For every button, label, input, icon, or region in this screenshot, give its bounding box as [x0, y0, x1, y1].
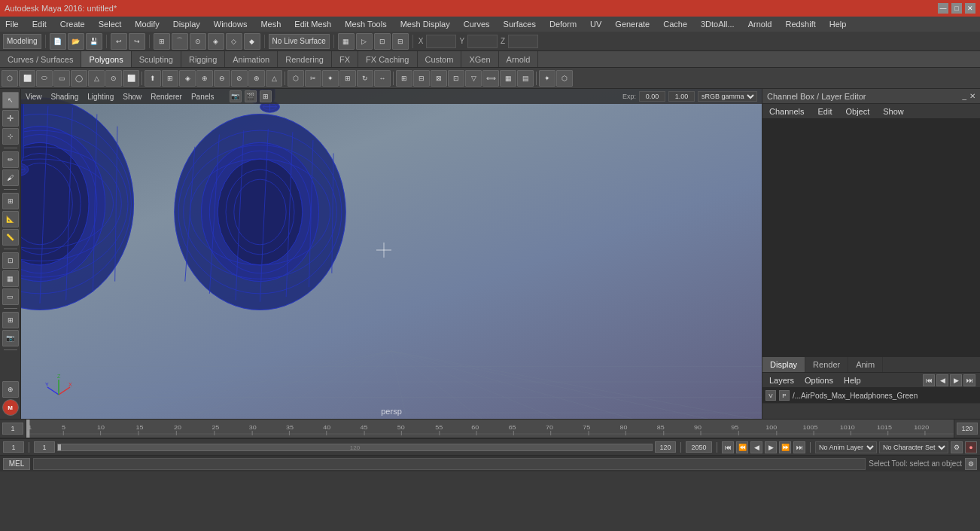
maximize-button[interactable]: □ — [951, 3, 962, 14]
menu-mesh-tools[interactable]: Mesh Tools — [342, 19, 388, 29]
snap-tool[interactable]: ⊞ — [2, 193, 19, 209]
flip-icon[interactable]: ↔ — [374, 70, 391, 87]
x-input[interactable] — [426, 35, 456, 48]
bridge-icon[interactable]: ⊞ — [162, 70, 178, 87]
range-end-input[interactable] — [686, 441, 712, 453]
extract-icon[interactable]: ⊠ — [431, 70, 447, 87]
menu-cache[interactable]: Cache — [661, 19, 689, 29]
new-file-icon[interactable]: 📄 — [50, 33, 66, 50]
timeline-start-input[interactable] — [2, 423, 23, 435]
vp-grid-icon[interactable]: ⊞ — [260, 90, 272, 102]
viewport-menu-view[interactable]: View — [26, 93, 42, 101]
rp-layers-menu[interactable]: Layers — [767, 375, 796, 386]
extrude-icon[interactable]: ⬆ — [145, 70, 161, 87]
show-hide-tool[interactable]: ⊡ — [2, 252, 19, 269]
measure-tool[interactable]: 📐 — [2, 211, 19, 227]
vp-gain-input[interactable] — [668, 91, 695, 102]
auto-key-btn[interactable]: ● — [965, 441, 977, 453]
open-file-icon[interactable]: 📂 — [68, 33, 84, 50]
subdivide-icon[interactable]: ⊘ — [231, 70, 248, 87]
spin-edge-icon[interactable]: ↻ — [357, 70, 373, 87]
current-frame-input[interactable] — [3, 441, 24, 453]
menu-display[interactable]: Display — [171, 19, 202, 29]
ruler-tool[interactable]: 📏 — [2, 229, 19, 246]
poly-plane-icon[interactable]: ▭ — [53, 70, 70, 87]
menu-help[interactable]: Help — [827, 19, 849, 29]
rp-menu-show[interactable]: Show — [881, 106, 906, 117]
rp-minimize-icon[interactable]: _ — [962, 92, 966, 100]
poly-disk-icon[interactable]: ⊙ — [105, 70, 122, 87]
tab-custom[interactable]: Custom — [418, 51, 462, 67]
poly-cube-icon[interactable]: ⬜ — [19, 70, 35, 87]
vp-exposure-input[interactable] — [639, 91, 665, 102]
vp-gamma-select[interactable]: sRGB gamma — [698, 91, 757, 102]
ipr-icon[interactable]: ⊡ — [374, 33, 391, 50]
viewport-menu-show[interactable]: Show — [123, 93, 142, 101]
step-forward-btn[interactable]: ⏩ — [779, 441, 791, 453]
snap-curve-icon[interactable]: ⌒ — [172, 33, 188, 50]
rp-menu-object[interactable]: Object — [843, 106, 872, 117]
playhead-track[interactable]: 120 — [57, 444, 653, 451]
viewport-menu-lighting[interactable]: Lighting — [87, 93, 114, 101]
snap-view-icon[interactable]: ◈ — [208, 33, 224, 50]
artisan-tool[interactable]: 🖌 — [2, 169, 19, 186]
triangulate-icon[interactable]: △ — [266, 70, 282, 87]
vp-film-icon[interactable]: 🎬 — [245, 90, 257, 102]
snap-live-icon[interactable]: ◆ — [244, 33, 260, 50]
offset-edge-icon[interactable]: ⊞ — [339, 70, 356, 87]
separate-icon[interactable]: ⊟ — [413, 70, 430, 87]
combine-icon[interactable]: ⊞ — [396, 70, 412, 87]
boolean-icon[interactable]: ⊖ — [214, 70, 230, 87]
move-tool[interactable]: ✛ — [2, 110, 19, 127]
smooth-icon[interactable]: ⊛ — [248, 70, 265, 87]
merge-icon[interactable]: ⊕ — [196, 70, 213, 87]
lasso-tool[interactable]: ⊹ — [2, 128, 19, 145]
workspace-selector[interactable]: Modeling — [3, 34, 41, 49]
3d-viewport[interactable]: View Shading Lighting Show Renderer Pane… — [21, 89, 762, 419]
menu-redshift[interactable]: Redshift — [783, 19, 817, 29]
layer-item[interactable]: V P /...AirPods_Max_Headphones_Green — [762, 388, 980, 404]
start-frame-input[interactable] — [34, 441, 55, 453]
poly-cylinder-icon[interactable]: ⬭ — [36, 70, 53, 87]
poly-pipe-icon[interactable]: ⬜ — [123, 70, 139, 87]
menu-modify[interactable]: Modify — [132, 19, 161, 29]
tab-fx[interactable]: FX — [332, 51, 358, 67]
tab-animation[interactable]: Animation — [225, 51, 278, 67]
camera-tool[interactable]: 📷 — [2, 330, 19, 346]
tab-fx-caching[interactable]: FX Caching — [358, 51, 417, 67]
play-forward-btn[interactable]: ▶ — [765, 441, 777, 453]
tab-rigging[interactable]: Rigging — [181, 51, 225, 67]
paint-tool[interactable]: ✏ — [2, 151, 19, 168]
menu-mesh[interactable]: Mesh — [258, 19, 283, 29]
script-editor-btn[interactable]: ⚙ — [965, 458, 977, 470]
mel-tab[interactable]: MEL — [3, 458, 30, 470]
viewport-menu-panels[interactable]: Panels — [191, 93, 215, 101]
poly-sphere-icon[interactable]: ⬡ — [2, 70, 18, 87]
menu-edit-mesh[interactable]: Edit Mesh — [292, 19, 333, 29]
rp-tab-display[interactable]: Display — [762, 357, 805, 372]
snap-surface-icon[interactable]: ◇ — [226, 33, 242, 50]
rp-help-menu[interactable]: Help — [842, 375, 863, 386]
redo-icon[interactable]: ↪ — [129, 33, 145, 50]
wireframe-icon[interactable]: ⬡ — [556, 70, 573, 87]
y-input[interactable] — [467, 35, 498, 48]
attr-editor-toggle[interactable]: ⊕ — [2, 381, 19, 398]
mirror-icon[interactable]: ⟺ — [482, 70, 499, 87]
layer-nav-prev[interactable]: ◀ — [936, 374, 948, 386]
go-to-end-btn[interactable]: ⏭ — [793, 441, 805, 453]
no-live-surface-button[interactable]: No Live Surface — [269, 34, 330, 49]
grid-tool[interactable]: ⊞ — [2, 312, 19, 328]
display-layer-icon[interactable]: ⊟ — [392, 33, 409, 50]
render-region-tool[interactable]: ▭ — [2, 288, 19, 305]
cut-icon[interactable]: ✂ — [305, 70, 321, 87]
key-settings-btn[interactable]: ⚙ — [951, 441, 963, 453]
viewport-menu-shading[interactable]: Shading — [51, 93, 79, 101]
select-tool[interactable]: ↖ — [2, 92, 19, 108]
tab-polygons[interactable]: Polygons — [81, 51, 131, 67]
go-to-start-btn[interactable]: ⏮ — [722, 441, 734, 453]
menu-deform[interactable]: Deform — [547, 19, 579, 29]
layer-nav-next[interactable]: ▶ — [950, 374, 962, 386]
xray-icon[interactable]: ✦ — [539, 70, 555, 87]
save-file-icon[interactable]: 💾 — [86, 33, 102, 50]
menu-windows[interactable]: Windows — [212, 19, 250, 29]
